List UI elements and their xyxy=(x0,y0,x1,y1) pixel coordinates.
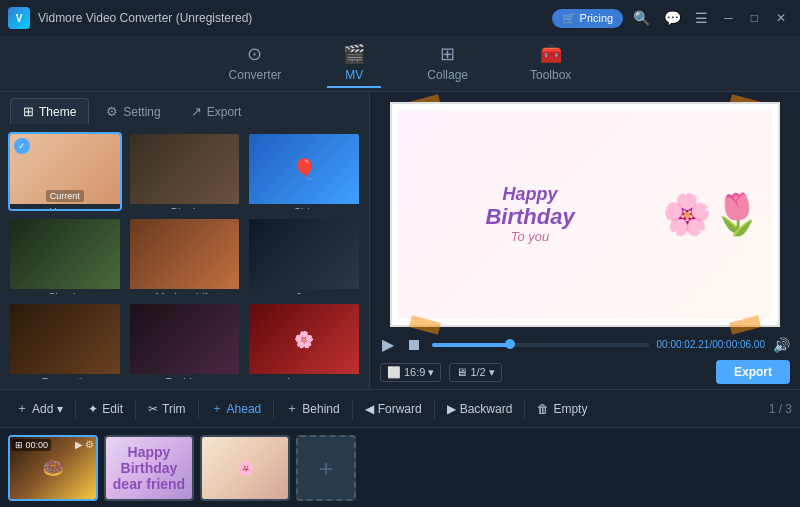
app-title: Vidmore Video Converter (Unregistered) xyxy=(38,11,552,25)
clip-thumbnail-3: 🌸 xyxy=(202,437,288,499)
theme-item-joy[interactable]: Joy xyxy=(247,217,361,296)
quality-chevron-icon: ▾ xyxy=(489,366,495,379)
theme-item-romantic[interactable]: Romantic xyxy=(8,302,122,381)
trim-scissors-icon: ✂ xyxy=(148,402,158,416)
empty-trash-icon: 🗑 xyxy=(537,402,549,416)
theme-item-blank[interactable]: Blank xyxy=(128,132,242,211)
search-icon[interactable]: 🔍 xyxy=(629,8,654,28)
mv-icon: 🎬 xyxy=(343,43,365,65)
clip-settings-icon: ⚙ xyxy=(85,439,94,450)
add-icon: ＋ xyxy=(16,400,28,417)
pricing-button[interactable]: 🛒 Pricing xyxy=(552,9,624,28)
export-arrow-icon: ↗ xyxy=(191,104,202,119)
theme-label: Fashion xyxy=(130,374,240,381)
player-controls: ▶ ⏹ 00:00:02.21/00:00:06.00 🔊 xyxy=(380,327,790,360)
toolbar-separator-7 xyxy=(524,399,525,419)
empty-button[interactable]: 🗑 Empty xyxy=(529,398,595,420)
close-button[interactable]: ✕ xyxy=(770,9,792,27)
toolbar-separator-1 xyxy=(75,399,76,419)
theme-item-leisure[interactable]: 🌸 Lesure xyxy=(247,302,361,381)
volume-button[interactable]: 🔊 xyxy=(773,337,790,353)
panel-tab-theme[interactable]: ⊞ Theme xyxy=(10,98,89,124)
theme-grid-icon: ⊞ xyxy=(23,104,34,119)
play-button[interactable]: ▶ xyxy=(380,333,396,356)
bottom-toolbar: ＋ Add ▾ ✦ Edit ✂ Trim ＋ Ahead ＋ Behind ◀… xyxy=(0,389,800,427)
export-button[interactable]: Export xyxy=(716,360,790,384)
ratio-icon: ⬜ xyxy=(387,366,401,379)
panel-tab-setting[interactable]: ⚙ Setting xyxy=(93,98,173,124)
theme-label: Chic xyxy=(249,204,359,211)
progress-fill xyxy=(432,343,510,347)
minimize-button[interactable]: ─ xyxy=(718,9,739,27)
behind-icon: ＋ xyxy=(286,400,298,417)
timeline-clip-2[interactable]: Happy Birthday dear friend xyxy=(104,435,194,501)
timeline-clip-3[interactable]: 🌸 xyxy=(200,435,290,501)
panel-tabs: ⊞ Theme ⚙ Setting ↗ Export xyxy=(0,92,369,124)
theme-label: Lesure xyxy=(249,374,359,381)
theme-item-chic[interactable]: 🎈 Chic xyxy=(247,132,361,211)
birthday-happy-text: Happy xyxy=(408,185,652,205)
left-panel: ⊞ Theme ⚙ Setting ↗ Export Current ✓ Hap… xyxy=(0,92,370,389)
toolbar-separator-5 xyxy=(352,399,353,419)
tab-mv[interactable]: 🎬 MV xyxy=(327,39,381,88)
main-area: ⊞ Theme ⚙ Setting ↗ Export Current ✓ Hap… xyxy=(0,92,800,389)
edit-star-icon: ✦ xyxy=(88,402,98,416)
edit-button[interactable]: ✦ Edit xyxy=(80,398,131,420)
theme-label: Happy xyxy=(10,204,120,211)
theme-grid: Current ✓ Happy Blank 🎈 Chic Simple Mode… xyxy=(0,124,369,389)
theme-item-fashion[interactable]: Fashion xyxy=(128,302,242,381)
theme-label: Modern Life xyxy=(130,289,240,296)
theme-label: Blank xyxy=(130,204,240,211)
message-icon[interactable]: 💬 xyxy=(660,8,685,28)
progress-bar[interactable] xyxy=(432,343,649,347)
stop-button[interactable]: ⏹ xyxy=(404,334,424,356)
aspect-ratio-select[interactable]: ⬜ 16:9 ▾ xyxy=(380,363,441,382)
theme-label: Joy xyxy=(249,289,359,296)
toolbox-icon: 🧰 xyxy=(540,43,562,65)
nav-tabs: ⊙ Converter 🎬 MV ⊞ Collage 🧰 Toolbox xyxy=(0,36,800,92)
add-button[interactable]: ＋ Add ▾ xyxy=(8,396,71,421)
theme-selected-check: ✓ xyxy=(14,138,30,154)
theme-item-simple[interactable]: Simple xyxy=(8,217,122,296)
birthday-line2-text: Birthday xyxy=(408,205,652,229)
forward-icon: ◀ xyxy=(365,402,374,416)
trim-button[interactable]: ✂ Trim xyxy=(140,398,194,420)
add-chevron-icon: ▾ xyxy=(57,402,63,416)
tab-converter[interactable]: ⊙ Converter xyxy=(213,39,298,88)
theme-item-happy[interactable]: Current ✓ Happy xyxy=(8,132,122,211)
timeline-clip-1[interactable]: 🍩 ⊞ 00:00 ▶ ⚙ xyxy=(8,435,98,501)
theme-label: Romantic xyxy=(10,374,120,381)
app-logo: V xyxy=(8,7,30,29)
theme-label: Simple xyxy=(10,289,120,296)
forward-button[interactable]: ◀ Forward xyxy=(357,398,430,420)
add-clip-button[interactable]: ＋ xyxy=(296,435,356,501)
menu-icon[interactable]: ☰ xyxy=(691,8,712,28)
clip-play-icon: ▶ xyxy=(75,439,83,450)
backward-icon: ▶ xyxy=(447,402,456,416)
setting-gear-icon: ⚙ xyxy=(106,104,118,119)
toolbar-separator-2 xyxy=(135,399,136,419)
ratio-chevron-icon: ▾ xyxy=(428,366,434,379)
maximize-button[interactable]: □ xyxy=(745,9,764,27)
title-bar-actions: 🛒 Pricing 🔍 💬 ☰ ─ □ ✕ xyxy=(552,8,792,28)
preview-area: Happy Birthday To you 🌸🌷 xyxy=(380,102,790,327)
preview-image-container: Happy Birthday To you 🌸🌷 xyxy=(390,102,780,327)
progress-dot xyxy=(505,339,515,349)
preview-frame: Happy Birthday To you 🌸🌷 xyxy=(390,102,780,327)
ahead-button[interactable]: ＋ Ahead xyxy=(203,396,270,421)
tab-toolbox[interactable]: 🧰 Toolbox xyxy=(514,39,587,88)
birthday-toyou-text: To you xyxy=(408,229,652,244)
behind-button[interactable]: ＋ Behind xyxy=(278,396,347,421)
collage-icon: ⊞ xyxy=(440,43,455,65)
clip-time-display: ⊞ 00:00 xyxy=(12,439,51,451)
backward-button[interactable]: ▶ Backward xyxy=(439,398,521,420)
panel-tab-export[interactable]: ↗ Export xyxy=(178,98,255,124)
flower-decoration: 🌸🌷 xyxy=(662,191,762,238)
cart-icon: 🛒 xyxy=(562,12,576,25)
toolbar-separator-3 xyxy=(198,399,199,419)
right-panel: Happy Birthday To you 🌸🌷 ▶ xyxy=(370,92,800,389)
tab-collage[interactable]: ⊞ Collage xyxy=(411,39,484,88)
toolbar-separator-4 xyxy=(273,399,274,419)
theme-item-modernlife[interactable]: Modern Life xyxy=(128,217,242,296)
quality-select[interactable]: 🖥 1/2 ▾ xyxy=(449,363,501,382)
